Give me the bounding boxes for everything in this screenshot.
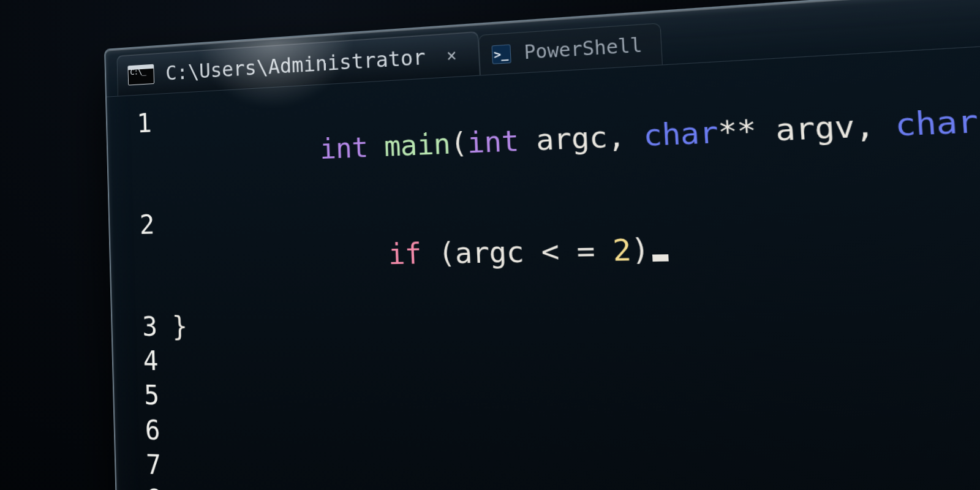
gutter-7: 7 [115,446,176,483]
gutter-1: 1 [107,105,167,141]
tab-cmd-close-button[interactable]: × [442,43,461,67]
cmd-icon [127,64,154,85]
gutter-5: 5 [113,377,175,413]
gutter-4: 4 [113,344,173,379]
tab-cmd-label: C:\Users\Administrator [165,44,426,85]
token-open: ( [450,126,468,160]
code-line-3: 3 } [112,304,980,349]
gutter-6: 6 [115,412,176,448]
powershell-icon: >_ [491,44,511,64]
token-int2: int [467,123,537,160]
token-num: 2 [612,232,632,268]
token-close2: ) [630,232,650,267]
token-argc2: argc [454,234,542,270]
code-editor[interactable]: 1 int main(int argc, char** argv, char**… [107,25,980,490]
token-indent [323,237,389,271]
scene-root: C:\Users\Administrator × >_ PowerShell ×… [0,0,980,490]
token-char1: char [643,115,719,153]
gutter-8: 8 [116,480,178,490]
token-char2: char [894,103,979,143]
token-open2: ( [437,236,456,270]
token-brace: } [172,309,187,344]
tab-powershell-label: PowerShell [524,34,643,64]
text-cursor [652,254,669,262]
token-if: if [388,236,439,271]
token-stars1: ** [717,112,777,150]
terminal-window: C:\Users\Administrator × >_ PowerShell ×… [104,0,980,490]
token-op: < = [540,233,613,269]
gutter-2: 2 [109,206,170,242]
token-argv: argv, [774,107,896,148]
token-int: int [319,130,385,165]
token-main: main [383,127,451,163]
token-argc: argc, [535,118,644,157]
gutter-3: 3 [112,309,173,344]
